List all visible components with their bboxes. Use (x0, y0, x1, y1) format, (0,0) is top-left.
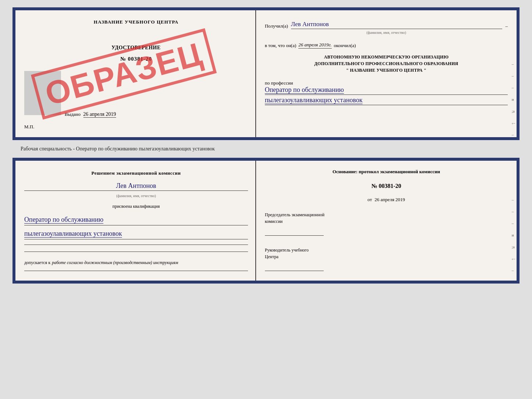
director-sign-line (265, 262, 324, 271)
bottom-certificate-card: Решением экзаменационной комиссии Лев Ан… (12, 158, 520, 284)
commission-line1: Решением экзаменационной комиссии (24, 170, 248, 177)
org-line3: " НАЗВАНИЕ УЧЕБНОГО ЦЕНТРА " (265, 67, 508, 74)
blank-line-1 (24, 245, 248, 245)
chairman-label: Председатель экзаменационной комиссии (265, 211, 508, 225)
cert-number: № 00381-20 (24, 56, 248, 62)
director-block: Руководитель учебного Центра (265, 247, 508, 273)
profession-label: по профессии Оператор по обслуживанию пы… (265, 80, 508, 105)
director-label: Руководитель учебного Центра (265, 247, 508, 260)
org-line2: ДОПОЛНИТЕЛЬНОГО ПРОФЕССИОНАЛЬНОГО ОБРАЗО… (265, 60, 508, 67)
blank-line-2 (24, 252, 248, 252)
bottom-card-right: Основание: протокол экзаменационной коми… (256, 161, 517, 281)
top-card-right: Получил(а) Лев Антпонов – (фамилия, имя,… (256, 10, 517, 137)
fio-subtext-bottom: (фамилия, имя, отчество) (24, 194, 248, 198)
allow-text: допускается к (24, 260, 50, 266)
side-marks-top: – – – и ;а ‹– – – – (512, 62, 515, 140)
chairman-block: Председатель экзаменационной комиссии (265, 211, 508, 238)
cert-title: УДОСТОВЕРЕНИЕ (24, 45, 248, 51)
date-value: 26 апреля 2019г. (298, 42, 331, 49)
protocol-date-row: от 26 апреля 2019 (265, 197, 508, 203)
qualification-line2: пылегазоулавливающих установок (24, 229, 248, 239)
bottom-person-name: Лев Антпонов (24, 182, 248, 191)
profession-line1: Оператор по обслуживанию (265, 86, 508, 95)
recipient-name: Лев Антпонов (291, 21, 503, 29)
org-block: АВТОНОМНУЮ НЕКОММЕРЧЕСКУЮ ОРГАНИЗАЦИЮ ДО… (265, 54, 508, 74)
allow-row: допускается к работе согласно должностны… (24, 260, 248, 266)
org-line1: АВТОНОМНУЮ НЕКОММЕРЧЕСКУЮ ОРГАНИЗАЦИЮ (265, 54, 508, 60)
qualification-line1: Оператор по обслуживанию (24, 215, 248, 225)
assign-label: присвоена квалификация (24, 204, 248, 209)
recipient-label: Получил(а) (265, 23, 288, 29)
protocol-number: № 00381-20 (265, 183, 508, 189)
mp-label: М.П. (24, 124, 248, 130)
date-label: в том, что он(а) (265, 43, 296, 49)
basis-label: Основание: протокол экзаменационной коми… (265, 168, 508, 175)
date-row: в том, что он(а) 26 апреля 2019г. окончи… (265, 42, 508, 49)
issued-label: Выдано (65, 111, 80, 117)
issued-date: 26 апреля 2019 (83, 111, 116, 118)
allow-italic: работе согласно должностным (производств… (52, 260, 178, 266)
middle-description: Рабочая специальность - Оператор по обсл… (7, 146, 215, 152)
org-name-top: НАЗВАНИЕ УЧЕБНОГО ЦЕНТРА (24, 19, 248, 25)
date-prefix: от (367, 197, 372, 202)
side-marks-bottom: – – – и ;а ‹– – – – (512, 197, 515, 284)
finished-label: окончил(а) (334, 43, 356, 49)
recipient-row: Получил(а) Лев Антпонов – (265, 21, 508, 29)
profession-line2: пылегазоулавливающих установок (265, 96, 508, 105)
chairman-sign-line (265, 227, 324, 236)
bottom-card-left: Решением экзаменационной комиссии Лев Ан… (15, 161, 256, 281)
blank-line-3 (24, 271, 248, 271)
top-card-left: НАЗВАНИЕ УЧЕБНОГО ЦЕНТРА ОБРАЗЕЦ УДОСТОВ… (15, 10, 256, 137)
protocol-date: 26 апреля 2019 (375, 197, 405, 202)
fio-subtext-top: (фамилия, имя, отчество) (265, 31, 508, 35)
top-certificate-card: НАЗВАНИЕ УЧЕБНОГО ЦЕНТРА ОБРАЗЕЦ УДОСТОВ… (12, 7, 520, 140)
photo-placeholder (24, 71, 61, 115)
